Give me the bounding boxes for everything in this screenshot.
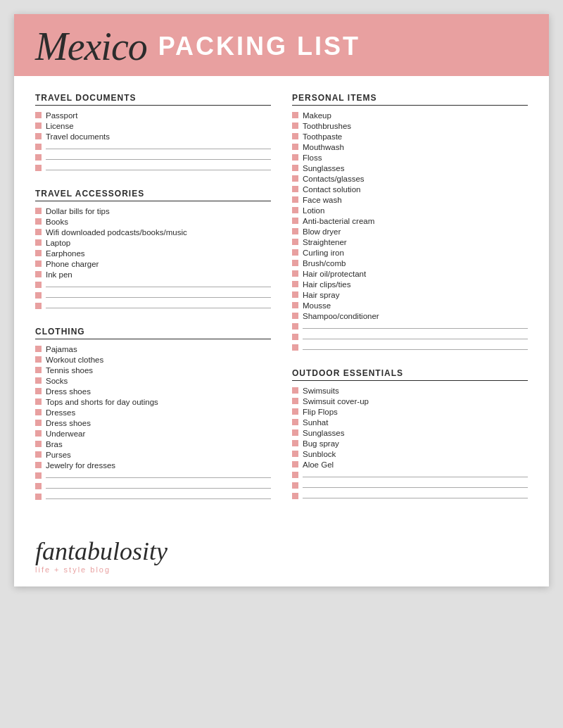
checkbox-icon[interactable] [292, 260, 298, 266]
checkbox-icon[interactable] [35, 112, 42, 118]
checkbox-icon[interactable] [292, 218, 298, 224]
checkbox-icon[interactable] [292, 429, 298, 436]
checkbox-icon[interactable] [35, 441, 42, 447]
checkbox-icon[interactable] [35, 356, 42, 363]
checkbox-icon[interactable] [292, 440, 298, 446]
checkbox-icon[interactable] [35, 292, 42, 299]
blank-line [35, 290, 271, 301]
list-item: Wifi downloaded podcasts/books/music [35, 227, 271, 237]
checkbox-icon[interactable] [35, 409, 42, 415]
brand-area: fantabulosity life + style blog [35, 539, 167, 574]
section-title-travel-accessories: TRAVEL ACCESSORIES [35, 189, 271, 201]
checkbox-icon[interactable] [292, 398, 298, 404]
list-item: Dress shoes [35, 386, 271, 396]
checkbox-icon[interactable] [35, 346, 42, 352]
checkbox-icon[interactable] [292, 387, 298, 394]
checkbox-icon[interactable] [35, 451, 42, 458]
checkbox-icon[interactable] [292, 270, 298, 277]
checkbox-icon[interactable] [35, 144, 42, 150]
checkbox-icon[interactable] [292, 175, 298, 182]
checkbox-icon[interactable] [35, 430, 42, 437]
mexico-title: Mexico [35, 27, 147, 66]
footer: fantabulosity life + style blog [14, 532, 549, 586]
checkbox-icon[interactable] [292, 451, 298, 457]
checkbox-icon[interactable] [292, 302, 298, 308]
checkbox-icon[interactable] [292, 461, 298, 467]
page: Mexico PACKING LIST TRAVEL DOCUMENTS Pas… [14, 14, 549, 586]
blank-line [35, 491, 271, 502]
list-item: Swimsuit cover-up [292, 396, 528, 406]
section-travel-documents: TRAVEL DOCUMENTS Passport License Travel… [35, 93, 271, 173]
checkbox-icon[interactable] [292, 344, 298, 351]
checkbox-icon[interactable] [35, 472, 42, 479]
right-column: PERSONAL ITEMS Makeup Toothbrushes Tooth… [292, 93, 528, 517]
checkbox-icon[interactable] [35, 218, 42, 225]
checkbox-icon[interactable] [35, 483, 42, 489]
checkbox-icon[interactable] [35, 388, 42, 394]
checkbox-icon[interactable] [35, 239, 42, 246]
checkbox-icon[interactable] [35, 271, 42, 277]
checkbox-icon[interactable] [292, 165, 298, 171]
list-item: Hair spray [292, 289, 528, 300]
list-item: Contacts/glasses [292, 173, 528, 184]
checkbox-icon[interactable] [292, 323, 298, 330]
checkbox-icon[interactable] [35, 420, 42, 426]
checkbox-icon[interactable] [35, 377, 42, 384]
list-item: Aloe Gel [292, 459, 528, 470]
checkbox-icon[interactable] [35, 229, 42, 235]
checkbox-icon[interactable] [292, 196, 298, 203]
list-item: Dress shoes [35, 418, 271, 428]
checkbox-icon[interactable] [292, 123, 298, 129]
checkbox-icon[interactable] [292, 493, 298, 499]
list-item: Contact solution [292, 184, 528, 194]
checkbox-icon[interactable] [292, 186, 298, 192]
list-item: Purses [35, 449, 271, 460]
checkbox-icon[interactable] [35, 261, 42, 267]
blank-line [35, 142, 271, 152]
checkbox-icon[interactable] [35, 367, 42, 373]
section-clothing: CLOTHING Pajamas Workout clothes Tennis … [35, 327, 271, 502]
checkbox-icon[interactable] [35, 208, 42, 214]
blank-line [35, 481, 271, 491]
checkbox-icon[interactable] [35, 123, 42, 129]
checkbox-icon[interactable] [35, 165, 42, 171]
list-item: Hair clips/ties [292, 279, 528, 289]
blank-line [35, 163, 271, 173]
checkbox-icon[interactable] [292, 281, 298, 287]
section-travel-accessories: TRAVEL ACCESSORIES Dollar bills for tips… [35, 189, 271, 311]
checkbox-icon[interactable] [292, 249, 298, 256]
checkbox-icon[interactable] [35, 462, 42, 468]
checkbox-icon[interactable] [292, 419, 298, 425]
checkbox-icon[interactable] [292, 112, 298, 118]
checkbox-icon[interactable] [292, 133, 298, 139]
section-outdoor-essentials: OUTDOOR ESSENTIALS Swimsuits Swimsuit co… [292, 368, 528, 501]
checkbox-icon[interactable] [35, 154, 42, 161]
list-item: Earphones [35, 248, 271, 258]
checkbox-icon[interactable] [292, 207, 298, 213]
checkbox-icon[interactable] [35, 303, 42, 309]
list-item: Laptop [35, 237, 271, 248]
checkbox-icon[interactable] [292, 408, 298, 415]
checkbox-icon[interactable] [35, 494, 42, 500]
checkbox-icon[interactable] [35, 282, 42, 288]
checkbox-icon[interactable] [292, 154, 298, 161]
checkbox-icon[interactable] [35, 133, 42, 139]
list-item: Socks [35, 375, 271, 386]
checkbox-icon[interactable] [292, 334, 298, 340]
checkbox-icon[interactable] [292, 144, 298, 150]
list-item: Anti-bacterial cream [292, 215, 528, 226]
checkbox-icon[interactable] [292, 239, 298, 245]
checkbox-icon[interactable] [292, 291, 298, 298]
checkbox-icon[interactable] [35, 398, 42, 405]
checkbox-icon[interactable] [292, 228, 298, 234]
blank-line [292, 342, 528, 353]
checkbox-icon[interactable] [292, 313, 298, 319]
list-item: Sunhat [292, 417, 528, 427]
blank-line [35, 301, 271, 311]
blank-line [35, 152, 271, 163]
list-item: Pajamas [35, 344, 271, 354]
checkbox-icon[interactable] [292, 472, 298, 478]
checkbox-icon[interactable] [35, 250, 42, 256]
checkbox-icon[interactable] [292, 482, 298, 489]
list-item: Floss [292, 152, 528, 163]
